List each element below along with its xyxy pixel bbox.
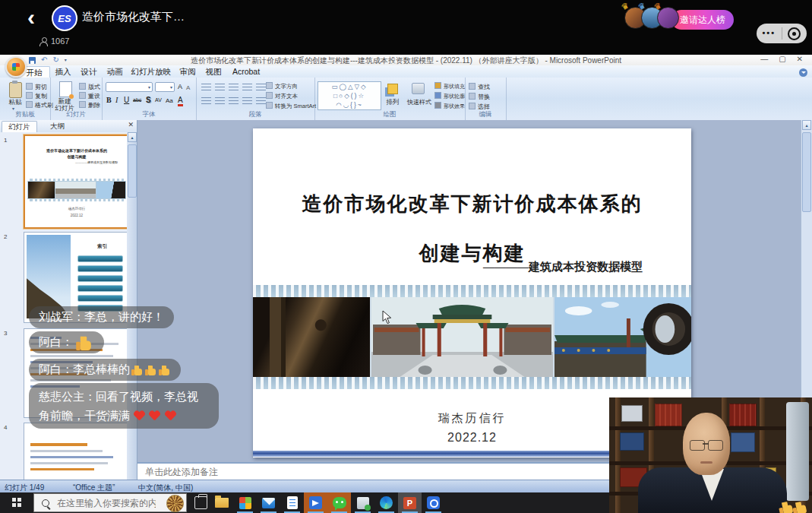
- taskbar-streaming-app[interactable]: [304, 492, 327, 513]
- format-painter-button[interactable]: 格式刷: [26, 101, 53, 109]
- align-right-icon[interactable]: [229, 97, 239, 106]
- reset-button[interactable]: 重设: [79, 92, 100, 100]
- quick-styles-button[interactable]: 快速样式: [404, 98, 434, 106]
- office-button[interactable]: [5, 56, 27, 78]
- taskbar-mail[interactable]: [257, 492, 280, 513]
- delete-button[interactable]: 删除: [79, 101, 100, 109]
- tab-review[interactable]: 审阅: [176, 66, 199, 78]
- smartart-button[interactable]: 转换为 SmartArt: [266, 102, 316, 110]
- invite-leaderboard-button[interactable]: 邀请达人榜: [671, 10, 734, 30]
- align-text-button[interactable]: 对齐文本: [266, 92, 298, 100]
- bullets-icon[interactable]: [201, 84, 211, 92]
- quick-styles-icon[interactable]: [412, 83, 425, 94]
- save-icon[interactable]: [29, 57, 36, 64]
- text-shadow-button[interactable]: S: [146, 96, 151, 104]
- arrange-button[interactable]: 排列: [380, 98, 406, 107]
- scroll-thumb[interactable]: [802, 132, 811, 212]
- thumb-subtitle: ————建筑成本投资数据模型: [25, 160, 127, 164]
- close-panel-icon[interactable]: ✕: [128, 121, 134, 128]
- group-label: 字体: [102, 110, 196, 119]
- indent-increase-icon[interactable]: [242, 84, 252, 92]
- news-interest-icon[interactable]: [166, 495, 184, 512]
- replace-button[interactable]: 替换: [469, 93, 490, 101]
- taskbar-wechat[interactable]: [327, 492, 351, 513]
- tab-animations[interactable]: 动画: [103, 66, 126, 78]
- tab-slideshow[interactable]: 幻灯片放映: [129, 66, 173, 78]
- arrange-icon[interactable]: [387, 84, 398, 94]
- shape-effects-button[interactable]: 形状效果: [434, 102, 465, 110]
- taskbar-file-explorer[interactable]: [210, 492, 233, 513]
- shrink-font-button[interactable]: A: [186, 84, 190, 91]
- cut-button[interactable]: 剪切: [26, 83, 47, 91]
- new-slide-icon[interactable]: [59, 81, 72, 97]
- powerpoint-icon: P: [403, 497, 416, 509]
- align-left-icon[interactable]: [201, 97, 211, 106]
- thumb-date: 2022.12: [25, 214, 127, 217]
- font-name-select[interactable]: ▾: [106, 82, 153, 92]
- task-view-icon[interactable]: [194, 496, 207, 509]
- outline-tab[interactable]: 大纲: [44, 121, 71, 131]
- status-language[interactable]: 中文(简体, 中国): [138, 483, 193, 493]
- justify-icon[interactable]: [242, 97, 252, 106]
- record-close-icon[interactable]: [782, 24, 807, 43]
- font-color-button[interactable]: A: [178, 96, 183, 106]
- find-button[interactable]: 查找: [469, 83, 490, 91]
- taskbar-document-app[interactable]: [280, 492, 304, 513]
- paste-button[interactable]: 粘贴: [3, 98, 27, 107]
- italic-button[interactable]: I: [115, 96, 118, 104]
- shapes-row: ▭◯△▽◇: [318, 82, 381, 91]
- help-icon[interactable]: [799, 68, 807, 77]
- shape-fill-button[interactable]: 形状填充: [434, 82, 465, 90]
- minimize-button[interactable]: —: [760, 55, 768, 63]
- grow-font-button[interactable]: A: [178, 83, 182, 90]
- scroll-up-icon[interactable]: ▴: [802, 120, 811, 130]
- group-font: ▾ ▾ A A B I U abc S AV Aa A 字体: [102, 78, 197, 120]
- taskbar-edge[interactable]: [374, 492, 398, 513]
- tab-acrobat[interactable]: Acrobat: [228, 66, 264, 78]
- avatar[interactable]: ♛: [657, 7, 679, 29]
- taskbar-utility[interactable]: [351, 492, 374, 513]
- thumbs-up-icon: [158, 364, 170, 375]
- back-icon[interactable]: ‹: [27, 6, 35, 29]
- align-center-icon[interactable]: [215, 97, 225, 106]
- slide-thumbnail-1[interactable]: 造价市场化改革下新计价成本体系的 创建与构建 ————建筑成本投资数据模型 瑞杰…: [24, 135, 127, 229]
- panel-scroll-thumb[interactable]: [128, 144, 137, 198]
- numbering-icon[interactable]: [215, 84, 225, 92]
- font-size-select[interactable]: ▾: [155, 82, 175, 92]
- change-case-button[interactable]: Aa: [166, 97, 173, 104]
- shapes-gallery[interactable]: ▭◯△▽◇ □○◇()☆ ◠◡{}~: [318, 81, 381, 110]
- search-input[interactable]: [55, 497, 157, 509]
- indent-decrease-icon[interactable]: [229, 84, 239, 92]
- taskbar-powerpoint[interactable]: P: [398, 492, 422, 513]
- taskbar-blue-app[interactable]: [422, 492, 445, 513]
- shape-outline-button[interactable]: 形状轮廓: [434, 92, 465, 100]
- text-direction-button[interactable]: 文字方向: [266, 82, 298, 90]
- slides-tab[interactable]: 幻灯片: [2, 121, 37, 132]
- columns-icon[interactable]: [256, 97, 266, 106]
- paste-icon[interactable]: [9, 82, 22, 98]
- char-spacing-button[interactable]: AV: [155, 97, 162, 103]
- layout-button[interactable]: 版式: [79, 83, 100, 91]
- restore-button[interactable]: ▢: [779, 55, 785, 63]
- strikethrough-button[interactable]: abc: [133, 97, 141, 103]
- taskbar-search[interactable]: [33, 493, 187, 512]
- redo-icon[interactable]: ↻: [52, 55, 58, 65]
- qat-dropdown-icon[interactable]: ▾: [65, 55, 67, 65]
- edge-icon: [380, 496, 393, 509]
- undo-icon[interactable]: ↶: [41, 55, 47, 65]
- close-button[interactable]: ✕: [797, 55, 803, 63]
- presenter-webcam-video[interactable]: [609, 397, 812, 513]
- panel-scroll-up-icon[interactable]: ▴: [128, 132, 137, 142]
- slide-thumbnail-4[interactable]: [24, 423, 127, 480]
- line-spacing-icon[interactable]: [256, 84, 266, 92]
- underline-button[interactable]: U: [124, 96, 129, 104]
- chat-text: 阿白：: [39, 335, 73, 350]
- taskbar-store[interactable]: [233, 492, 257, 513]
- copy-button[interactable]: 复制: [26, 92, 47, 100]
- start-button[interactable]: [0, 492, 33, 513]
- bold-button[interactable]: B: [106, 96, 112, 104]
- tab-view[interactable]: 视图: [202, 66, 225, 78]
- tab-insert[interactable]: 插入: [52, 66, 74, 78]
- more-icon[interactable]: •••: [757, 24, 782, 43]
- tab-design[interactable]: 设计: [77, 66, 100, 78]
